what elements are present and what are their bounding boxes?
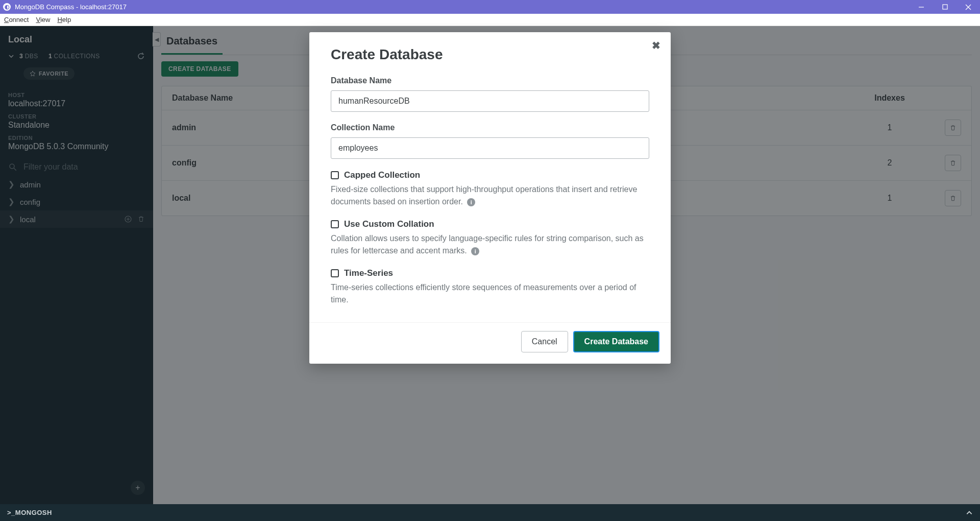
chevron-up-icon <box>966 509 973 516</box>
window-close-button[interactable] <box>957 0 980 14</box>
db-name-label: Database Name <box>331 76 649 85</box>
window-minimize-button[interactable] <box>910 0 933 14</box>
info-icon[interactable]: i <box>467 198 475 206</box>
mongosh-footer[interactable]: >_MONGOSH <box>0 504 980 521</box>
create-database-modal: ✖ Create Database Database Name Collecti… <box>309 32 671 364</box>
app-menubar: Connect View Help <box>0 14 980 26</box>
timeseries-description: Time-series collections efficiently stor… <box>331 281 649 306</box>
menu-connect[interactable]: Connect <box>4 16 29 23</box>
modal-close-button[interactable]: ✖ <box>652 39 660 52</box>
menu-help[interactable]: Help <box>57 16 71 23</box>
timeseries-checkbox[interactable] <box>331 269 339 277</box>
window-titlebar: ◐ MongoDB Compass - localhost:27017 <box>0 0 980 14</box>
db-name-input[interactable] <box>331 90 649 112</box>
capped-checkbox[interactable] <box>331 171 339 179</box>
window-title: MongoDB Compass - localhost:27017 <box>15 3 910 11</box>
svg-rect-1 <box>943 5 947 9</box>
menu-view[interactable]: View <box>36 16 50 23</box>
create-database-submit-button[interactable]: Create Database <box>573 331 659 352</box>
app-icon: ◐ <box>3 3 11 11</box>
modal-backdrop[interactable]: ✖ Create Database Database Name Collecti… <box>0 26 980 504</box>
collation-description: Collation allows users to specify langua… <box>331 232 649 257</box>
info-icon[interactable]: i <box>471 247 479 255</box>
cancel-button[interactable]: Cancel <box>521 331 568 352</box>
collection-name-label: Collection Name <box>331 123 649 132</box>
collation-checkbox[interactable] <box>331 220 339 228</box>
window-maximize-button[interactable] <box>933 0 957 14</box>
collection-name-input[interactable] <box>331 137 649 159</box>
modal-title: Create Database <box>331 46 649 63</box>
capped-description: Fixed-size collections that support high… <box>331 183 649 208</box>
